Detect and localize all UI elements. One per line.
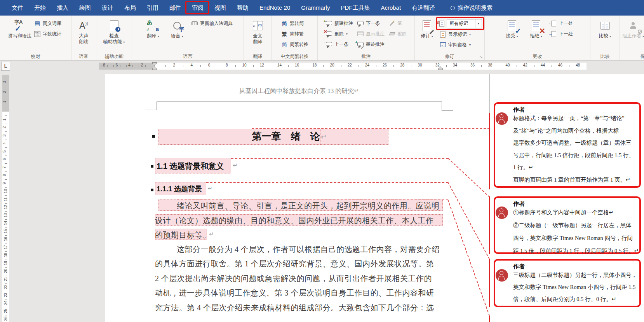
comment-text-line[interactable]: 1 行。↵ [513,164,638,171]
button-上一条[interactable]: ←上一条 [324,39,355,49]
comment-text-line[interactable]: 距 1.5 倍，段前间距为 1 行，段后间距为 0.5 行。↵ [513,247,638,255]
chapter-heading[interactable]: 第一章 绪 论 [252,130,320,143]
button-简转繁[interactable]: 繁简转繁 [279,29,310,39]
eraser-icon [388,30,395,37]
next-comment-icon: → [357,20,364,27]
ruler-number: 26 [383,63,387,67]
button-审阅窗格[interactable]: →审阅窗格▾ [437,40,483,50]
combobox-dropdown-arrow[interactable]: ▾ [475,19,482,28]
body-text-line[interactable]: 这部分一般分为 4 个层次，作者可以根据自己的选题工作内容，对需要介绍 [177,244,440,255]
button-上一处[interactable]: ←上一处 [548,18,575,28]
button-下一处[interactable]: →下一处 [548,29,575,39]
dialog-launcher-icon[interactable]: ↘ [479,55,483,59]
word-count-icon: ABC123 [34,30,41,37]
button-大声朗读[interactable]: A))大声朗读 [73,18,94,45]
comment-text-line[interactable]: 标题格式：每章另起一页，“第一章”与“绪论” [513,115,638,122]
tell-me-box[interactable]: 操作说明搜索 [451,4,493,12]
menu-tab-帮助[interactable]: 帮助 [231,0,254,16]
button-笔[interactable]: 笔 [386,18,409,28]
ruler-number: 19 [3,261,8,265]
display-for-review-combobox[interactable]: 所有标记▾ [447,19,482,28]
menu-tab-布局[interactable]: 布局 [119,0,141,16]
comment-text-line[interactable]: 英文和数字 Times New Roman 小四号，行间距 1.5 [513,284,638,291]
menu-tab-设计[interactable]: 设计 [96,0,119,16]
button-字数统计[interactable]: ABC123字数统计 [32,29,63,39]
button-stack: ▤同义词库ABC123字数统计 [32,18,63,39]
button-比较[interactable]: 比较 ▾ [593,18,617,39]
page-header-text[interactable]: 从基因工程菌中释放提取白介素 13 的研究↵ [157,87,442,95]
comment-text-line[interactable]: ①标题序号和文字内容中间加一个空格↵ [513,209,638,216]
button-新建批注[interactable]: +新建批注 [324,18,355,28]
body-text-line[interactable]: 设计（论文）选题的缘由、目的和意义、国内外业已开展的相关工作、本人工作 [155,215,434,226]
comment-text-line[interactable]: 倍，段前、后间距分别为 0.5 行、0 行。↵ [513,296,638,303]
button-擦除[interactable]: 擦除 [386,29,409,39]
button-删除[interactable]: ✕删除▾ [324,29,355,39]
ribbon-group-语言: あa⇄翻译 ▾字语言 ▾更新输入法词典语言 [132,16,244,60]
subsection-heading[interactable]: 1.1.1 选题背景 [157,184,202,194]
ruler-number: 44 [541,63,545,67]
ruler-number: 23 [3,292,8,297]
button-翻译[interactable]: あa⇄翻译 ▾ [141,18,165,39]
menu-tab-视图[interactable]: 视图 [209,0,231,16]
ruler-tick [5,124,7,124]
menu-tab-插入[interactable]: 插入 [51,0,74,16]
ruler-tick [113,65,114,67]
ruler-tick [5,131,7,132]
group-label-语音: 语音 [71,53,96,60]
button-阻止作者[interactable]: 阻止作者 ▾ [621,18,644,39]
comment-text-line[interactable]: 四号，英文和数字 Times New Roman 四号，行间 [513,234,638,242]
menu-tab-开始[interactable]: 开始 [29,0,51,16]
comment-text-line[interactable]: 号居中，行间距 1.5 倍行距，段前后间距 1.5 行、 [513,152,638,159]
ruler-tick [5,251,7,252]
body-text-line[interactable]: 动机，进一步具体说明工作意义。第 3 个层次说明自身工作目的、工作内容和研 [155,288,434,298]
comment-text-line[interactable]: 题字数多少可适当调整。一级标题（章）黑体三 [513,139,638,147]
ruler-tick [288,65,289,67]
comment-text-line[interactable]: ②二级标题（一级节标题）另起一行居左，黑体 [513,222,638,229]
menu-tab-Grammarly[interactable]: Grammarly [296,0,335,16]
body-text-line[interactable]: 的预期目标等。 [155,230,211,240]
menu-tab-邮件[interactable]: 邮件 [164,0,186,16]
button-墨迹批注[interactable]: +墨迹批注 [355,39,386,49]
button-检查辅助功能[interactable]: 检查辅助功能 ▾ [102,18,126,45]
button-显示批注[interactable]: 显示批注 [355,29,386,39]
translate-icon: あa⇄ [146,19,160,32]
block-authors-icon [627,19,640,32]
menu-tab-EndNote 20[interactable]: EndNote 20 [254,0,296,16]
body-text-line[interactable]: 绪论又叫前言、导论、引言，是正文的开头，起到开宗明义的作用。应说明 [177,201,440,211]
button-语言[interactable]: 字语言 ▾ [165,18,189,39]
menu-tab-审阅[interactable]: 审阅 [186,0,209,16]
comment-text-line[interactable]: 三级标题（二级节标题）另起一行，黑体小四号， [513,271,638,279]
ruler-number: 6 [2,158,7,161]
button-繁转简[interactable]: 简繁转简 [279,18,310,28]
button-全文翻译[interactable]: a中全文翻译 [246,18,270,45]
menu-tab-引用[interactable]: 引用 [141,0,164,16]
menu-tab-PDF工具集[interactable]: PDF工具集 [335,0,375,16]
comment-text-line[interactable]: 及“绪”与“论”之间均加两个空格，根据大标 [513,127,638,135]
tab-selector[interactable]: L [1,62,10,71]
ruler-tick [235,65,236,67]
comment-text-line[interactable]: 页脚的页码由第 1 章的首页开始作为第 1 页。↵ [513,176,638,184]
section-heading[interactable]: 1.1 选题背景和意义 [157,161,224,172]
button-更新输入法词典[interactable]: 更新输入法词典 [189,18,235,28]
body-text-line[interactable]: 的具体方面进行取舍。第 1 个层次介绍研究背景、意义、国内外发展状况等。第 [155,259,434,269]
ruler-tick [107,65,108,67]
menu-tab-Acrobat[interactable]: Acrobat [375,0,406,16]
comment-connector-line [177,200,448,200]
button-修订[interactable]: 修订 ▾ [416,18,437,39]
button-同义词库[interactable]: ▤同义词库 [32,18,63,28]
body-text-line[interactable]: 2 个层次提出尚未解决的问题或急需解决的问题，从而引出作者开展相关工作的 [155,273,432,284]
menu-tab-有道翻译[interactable]: 有道翻译 [406,0,440,16]
ruler-tick [446,65,447,67]
button-label: 简转繁 [290,31,304,37]
button-label: 显示批注 [366,31,385,37]
button-接受[interactable]: ✓接受 ▾ [500,18,524,39]
button-简繁转换[interactable]: 简简繁转换 [279,39,310,49]
body-text-line[interactable]: 究方法。第 4 个层次介绍未来成稿材料的组成部分。大致包含如下几个部分：选 [155,303,434,313]
menu-tab-绘图[interactable]: 绘图 [74,0,96,16]
button-下一条[interactable]: →下一条 [355,18,386,28]
menu-tab-文件[interactable]: 文件 [6,0,29,16]
accept-icon: ✓ [505,19,519,32]
button-拼写和语法[interactable]: 字A✓拼写和语法 [8,18,32,39]
button-拒绝[interactable]: ✕拒绝 ▾ [524,18,548,39]
button-显示标记[interactable]: 显示标记▾ [437,29,483,39]
